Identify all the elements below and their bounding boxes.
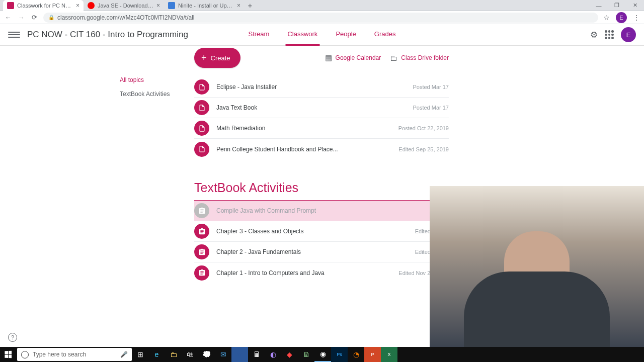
item-title: Chapter 3 - Classes and Objects <box>216 228 415 235</box>
cortana-icon <box>21 351 29 358</box>
create-button[interactable]: + Create <box>194 48 240 68</box>
link-label: Google Calendar <box>336 54 381 61</box>
taskbar-apps: ⊞ e 🗀 🛍 💭 ✉ W 🖩 ◐ ◆ 🗎 ◉ Ps ◔ P X <box>132 347 397 362</box>
mail-icon[interactable]: ✉ <box>215 347 231 362</box>
browser-tab-2[interactable]: Ninite - Install or Update Multipl × <box>164 0 245 11</box>
reload-button[interactable]: ⟳ <box>30 14 38 21</box>
window-maximize[interactable]: ❐ <box>608 0 626 11</box>
favicon <box>168 2 175 9</box>
chrome-icon[interactable]: ◉ <box>314 347 331 362</box>
item-title: Chapter 2 - Java Fundamentals <box>216 248 415 255</box>
link-label: Class Drive folder <box>401 54 449 61</box>
material-icon <box>194 121 209 136</box>
assignment-row[interactable]: Chapter 1 - Intro to Computers and Java … <box>194 262 449 283</box>
window-close[interactable]: ✕ <box>626 0 644 11</box>
help-icon[interactable]: ? <box>8 333 17 342</box>
item-title: Compile Java with Command Prompt <box>216 207 437 214</box>
tab-people[interactable]: People <box>334 24 358 46</box>
new-tab-button[interactable]: + <box>245 0 256 11</box>
taskview-icon[interactable]: ⊞ <box>132 347 148 362</box>
tab-title: Java SE - Downloads | Oracle Te <box>98 3 153 9</box>
material-icon <box>194 79 209 95</box>
item-meta: Posted Oct 22, 2019 <box>398 125 449 131</box>
browser-tab-1[interactable]: Java SE - Downloads | Oracle Te × <box>84 0 164 11</box>
tab-classwork[interactable]: Classwork <box>285 24 319 46</box>
app-icon[interactable]: 💭 <box>198 347 215 362</box>
item-title: Chapter 1 - Intro to Computers and Java <box>216 269 398 277</box>
address-bar: ← → ⟳ 🔒 classroom.google.com/w/Mzc4OTc0M… <box>0 11 644 24</box>
search-placeholder: Type here to search <box>33 351 116 358</box>
assignment-row[interactable]: Compile Java with Command Prompt Draft <box>194 201 449 221</box>
photoshop-icon[interactable]: Ps <box>331 347 348 362</box>
item-meta: Posted Mar 17 <box>413 84 449 90</box>
classroom-tabs: Stream Classwork People Grades <box>247 24 398 46</box>
gear-icon[interactable]: ⚙ <box>590 30 598 40</box>
tab-title: Classwork for PC NOW - CIT 160 <box>17 3 73 9</box>
blender-icon[interactable]: ◔ <box>348 347 364 362</box>
word-icon[interactable]: W <box>231 347 248 362</box>
material-icon <box>194 142 209 157</box>
window-minimize[interactable]: — <box>590 0 608 11</box>
tab-title: Ninite - Install or Update Multipl <box>178 3 234 9</box>
class-drive-link[interactable]: 🗀 Class Drive folder <box>390 53 449 62</box>
apps-icon[interactable] <box>605 30 614 39</box>
section-list: Compile Java with Command Prompt Draft C… <box>194 201 449 283</box>
taskbar-search[interactable]: Type here to search 🎤 <box>17 348 132 361</box>
hamburger-icon[interactable] <box>8 29 20 41</box>
lock-icon: 🔒 <box>48 15 54 20</box>
item-meta: Edited Sep 25, 2019 <box>398 146 449 152</box>
close-icon[interactable]: × <box>237 2 240 9</box>
topic-sidebar: All topics TextBook Activities <box>120 73 190 101</box>
material-row[interactable]: Penn College Student Handbook and Place.… <box>194 139 449 159</box>
main-column: + Create ▦ Google Calendar 🗀 Class Drive… <box>194 46 449 283</box>
edge-icon[interactable]: e <box>148 347 165 362</box>
browser-menu-icon[interactable]: ⋮ <box>633 14 640 22</box>
webcam-overlay <box>430 186 644 347</box>
url-field[interactable]: 🔒 classroom.google.com/w/Mzc4OTc0MTI2NDV… <box>43 13 598 23</box>
plus-icon: + <box>201 53 207 63</box>
browser-tabstrip: Classwork for PC NOW - CIT 160 × Java SE… <box>0 0 644 11</box>
app-icon[interactable]: ◆ <box>281 347 298 362</box>
powerpoint-icon[interactable]: P <box>364 347 381 362</box>
account-avatar[interactable]: E <box>621 27 636 42</box>
classroom-header: PC NOW - CIT 160 - Intro to Programming … <box>0 24 644 46</box>
sidebar-item-all-topics[interactable]: All topics <box>120 73 190 87</box>
assignment-icon <box>194 265 209 281</box>
sidebar-item-textbook[interactable]: TextBook Activities <box>120 87 190 101</box>
explorer-icon[interactable]: 🗀 <box>165 347 182 362</box>
folder-icon: 🗀 <box>390 54 397 62</box>
assignment-icon <box>194 244 209 259</box>
item-title: Math Remediation <box>216 125 398 132</box>
forward-button[interactable]: → <box>17 14 25 21</box>
start-button[interactable] <box>0 347 16 362</box>
mic-icon[interactable]: 🎤 <box>120 351 128 358</box>
assignment-row[interactable]: Chapter 3 - Classes and Objects Edited J… <box>194 221 449 242</box>
calc-icon[interactable]: 🖩 <box>248 347 265 362</box>
close-icon[interactable]: × <box>76 2 79 9</box>
google-calendar-link[interactable]: ▦ Google Calendar <box>325 53 381 62</box>
notepad-icon[interactable]: 🗎 <box>298 347 314 362</box>
assignment-row[interactable]: Chapter 2 - Java Fundamentals Edited Jan… <box>194 242 449 262</box>
assignment-icon <box>194 203 209 218</box>
browser-tab-0[interactable]: Classwork for PC NOW - CIT 160 × <box>3 0 84 11</box>
eclipse-icon[interactable]: ◐ <box>265 347 281 362</box>
favicon <box>7 2 14 9</box>
windows-taskbar: Type here to search 🎤 ⊞ e 🗀 🛍 💭 ✉ W 🖩 ◐ … <box>0 347 644 362</box>
material-row[interactable]: Math Remediation Posted Oct 22, 2019 <box>194 118 449 139</box>
excel-icon[interactable]: X <box>381 347 397 362</box>
close-icon[interactable]: × <box>156 2 160 9</box>
bookmark-icon[interactable]: ☆ <box>603 14 610 22</box>
tab-stream[interactable]: Stream <box>247 24 272 46</box>
item-title: Eclipse - Java Installer <box>216 83 413 90</box>
material-row[interactable]: Eclipse - Java Installer Posted Mar 17 <box>194 77 449 98</box>
material-row[interactable]: Java Text Book Posted Mar 17 <box>194 98 449 118</box>
profile-chip[interactable]: E <box>616 12 627 23</box>
item-title: Penn College Student Handbook and Place.… <box>216 146 398 153</box>
store-icon[interactable]: 🛍 <box>182 347 198 362</box>
untopiced-list: Eclipse - Java Installer Posted Mar 17 J… <box>194 77 449 159</box>
back-button[interactable]: ← <box>4 14 12 21</box>
url-text: classroom.google.com/w/Mzc4OTc0MTI2NDVa/… <box>57 14 195 21</box>
section-title[interactable]: TextBook Activities <box>194 180 298 195</box>
tab-grades[interactable]: Grades <box>372 24 398 46</box>
class-title: PC NOW - CIT 160 - Intro to Programming <box>27 30 188 40</box>
